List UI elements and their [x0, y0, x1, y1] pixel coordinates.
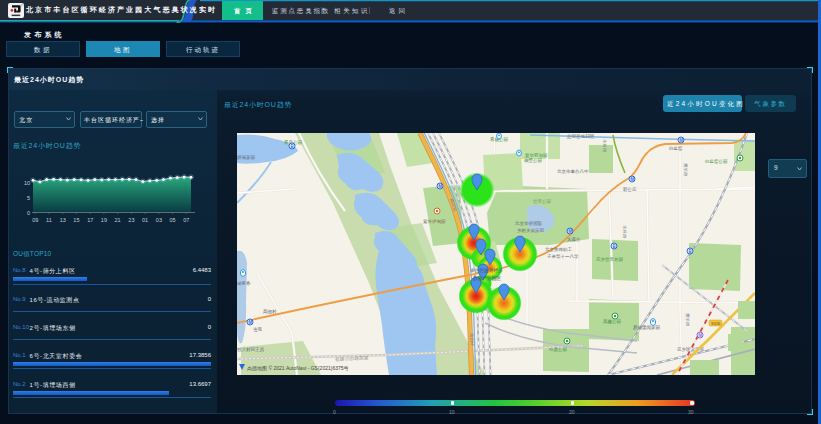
svg-text:13: 13 [60, 217, 66, 223]
svg-text:储蓄香: 储蓄香 [237, 280, 251, 286]
svg-text:5: 5 [27, 195, 30, 201]
svg-text:静脉产业园区: 静脉产业园区 [473, 275, 501, 282]
svg-text:高鑫公园: 高鑫公园 [603, 319, 621, 324]
svg-text:M: M [630, 177, 634, 182]
svg-text:樊羊路: 樊羊路 [685, 313, 690, 327]
svg-text:19: 19 [101, 217, 107, 223]
svg-text:北京市丰台八中: 北京市丰台八中 [557, 169, 589, 174]
svg-text:丰科路: 丰科路 [622, 225, 627, 239]
svg-text:造甩: 造甩 [253, 327, 263, 332]
svg-text:21: 21 [115, 217, 121, 223]
svg-text:紫谷伊甸园: 紫谷伊甸园 [423, 219, 446, 224]
svg-text:M: M [568, 229, 572, 234]
svg-text:南四环: 南四环 [469, 333, 476, 347]
svg-text:北京铁路职工: 北京铁路职工 [545, 246, 573, 252]
svg-text:10: 10 [24, 180, 30, 186]
svg-text:丰科路: 丰科路 [602, 139, 607, 153]
svg-text:世界公园: 世界公园 [533, 199, 551, 204]
svg-text:M: M [438, 184, 442, 189]
svg-text:独义村回王房: 独义村回王房 [237, 346, 265, 353]
svg-text:丰台区循环经济: 丰台区循环经济 [470, 267, 503, 274]
svg-text:M: M [248, 320, 252, 325]
svg-text:17: 17 [87, 217, 93, 223]
svg-text:15: 15 [73, 217, 79, 223]
svg-text:03: 03 [156, 217, 162, 223]
svg-text:花乡世界名园: 花乡世界名园 [596, 257, 623, 262]
svg-text:樊羊路: 樊羊路 [683, 163, 688, 177]
svg-text:白盆窑: 白盆窑 [669, 146, 683, 151]
svg-text:白盆窑公园: 白盆窑公园 [705, 159, 728, 164]
svg-text:御景公园: 御景公园 [524, 158, 542, 163]
svg-text:S326: S326 [711, 321, 721, 326]
svg-text:大葆台: 大葆台 [567, 237, 581, 242]
svg-text:娇俪家园: 娇俪家园 [237, 154, 255, 161]
svg-text:01: 01 [142, 217, 148, 223]
svg-text:23: 23 [128, 217, 134, 223]
svg-text:子弟第十一八学: 子弟第十一八学 [547, 254, 579, 259]
svg-text:05: 05 [170, 217, 176, 223]
svg-text:总部基地10区: 总部基地10区 [566, 133, 595, 139]
svg-text:M: M [698, 333, 702, 338]
svg-text:高德地图 © 2021 AutoNavi - GS(2021: 高德地图 © 2021 AutoNavi - GS(2021)6375号 [247, 365, 349, 372]
svg-text:0: 0 [27, 210, 30, 216]
svg-text:11: 11 [46, 217, 52, 223]
svg-text:07: 07 [183, 217, 189, 223]
svg-text:北京华侨国际: 北京华侨国际 [515, 220, 543, 227]
svg-text:09: 09 [32, 217, 38, 223]
svg-text:M: M [679, 138, 683, 143]
svg-text:怡康公园: 怡康公园 [548, 347, 567, 352]
